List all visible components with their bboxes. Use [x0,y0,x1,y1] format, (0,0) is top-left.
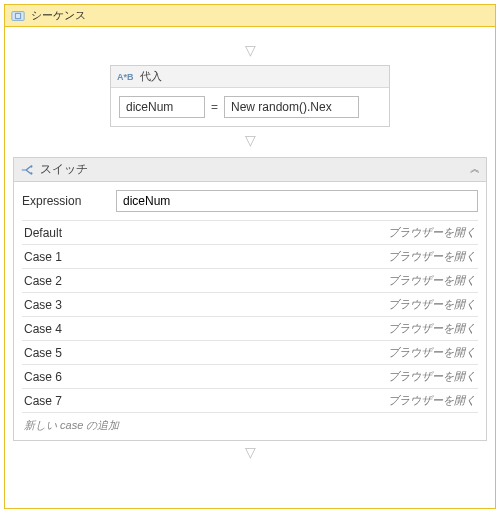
case-action: ブラウザーを開く [388,273,476,288]
case-label: Case 1 [24,250,62,264]
switch-header[interactable]: スイッチ ︽ [14,158,486,182]
case-row[interactable]: Case 4ブラウザーを開く [22,316,478,340]
case-row[interactable]: Case 1ブラウザーを開く [22,244,478,268]
case-label: Case 3 [24,298,62,312]
case-list: Defaultブラウザーを開くCase 1ブラウザーを開くCase 2ブラウザー… [22,220,478,412]
assign-icon: A*B [117,72,134,82]
flow-arrow-bottom[interactable]: ▽ [245,445,256,459]
case-row[interactable]: Case 5ブラウザーを開く [22,340,478,364]
case-label: Case 6 [24,370,62,384]
assign-value-input[interactable] [224,96,359,118]
expression-input[interactable] [116,190,478,212]
case-label: Case 5 [24,346,62,360]
case-action: ブラウザーを開く [388,345,476,360]
case-action: ブラウザーを開く [388,369,476,384]
case-action: ブラウザーを開く [388,321,476,336]
flow-arrow-top[interactable]: ▽ [245,43,256,57]
svg-point-2 [30,172,32,174]
sequence-header[interactable]: シーケンス [5,5,495,27]
assign-to-input[interactable] [119,96,205,118]
assign-body: = [111,88,389,126]
case-row[interactable]: Case 6ブラウザーを開く [22,364,478,388]
case-row[interactable]: Defaultブラウザーを開く [22,220,478,244]
case-row[interactable]: Case 2ブラウザーを開く [22,268,478,292]
switch-title: スイッチ [40,161,88,178]
case-action: ブラウザーを開く [388,225,476,240]
expression-label: Expression [22,194,108,208]
sequence-body: ▽ A*B 代入 = ▽ [5,27,495,473]
equals-label: = [211,100,218,114]
assign-header[interactable]: A*B 代入 [111,66,389,88]
case-label: Case 4 [24,322,62,336]
case-action: ブラウザーを開く [388,297,476,312]
switch-card[interactable]: スイッチ ︽ Expression Defaultブラウザーを開くCase 1ブ… [13,157,487,441]
case-label: Default [24,226,62,240]
switch-icon [20,163,34,177]
case-label: Case 2 [24,274,62,288]
case-action: ブラウザーを開く [388,393,476,408]
svg-point-1 [30,165,32,167]
add-case-hint[interactable]: 新しい case の追加 [22,412,478,438]
switch-body: Expression Defaultブラウザーを開くCase 1ブラウザーを開く… [14,182,486,440]
sequence-title: シーケンス [31,8,86,23]
case-label: Case 7 [24,394,62,408]
case-row[interactable]: Case 7ブラウザーを開く [22,388,478,412]
expression-row: Expression [22,190,478,212]
case-row[interactable]: Case 3ブラウザーを開く [22,292,478,316]
flow-arrow-mid[interactable]: ▽ [245,133,256,147]
sequence-card[interactable]: シーケンス ▽ A*B 代入 = ▽ [4,4,496,509]
sequence-icon [11,9,25,23]
assign-title: 代入 [140,69,162,84]
case-action: ブラウザーを開く [388,249,476,264]
assign-card[interactable]: A*B 代入 = [110,65,390,127]
collapse-icon[interactable]: ︽ [470,162,480,176]
